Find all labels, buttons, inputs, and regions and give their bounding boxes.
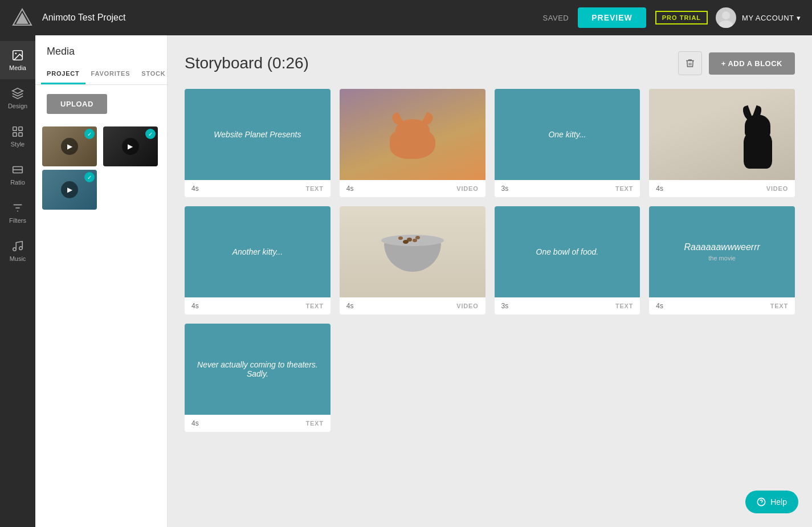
block-type-3: TEXT [615,185,633,192]
block-duration-4: 4s [656,185,663,193]
block-footer-9: 4s TEXT [185,415,330,432]
media-thumb-3[interactable]: ▶ ✓ [42,170,97,210]
storyboard-actions: + ADD A BLOCK [678,51,795,75]
ratio-icon [11,164,24,176]
block-card-4[interactable]: 4s VIDEO [649,89,795,197]
saved-status: SAVED [543,14,569,22]
storyboard-row-1: Website Planet Presents 4s TEXT [185,89,795,197]
media-thumb-1[interactable]: ▶ ✓ [42,126,97,166]
block-preview-4 [649,89,795,180]
block-preview-6 [340,206,485,297]
block-type-6: VIDEO [456,303,478,309]
sidebar-item-music[interactable]: Music [0,232,35,270]
block-preview-7: One bowl of food. [495,206,640,297]
upload-button[interactable]: UPLOAD [47,94,107,114]
block-card-9[interactable]: Never actually coming to theaters. Sadly… [185,324,330,432]
tab-favorites[interactable]: FAVORITES [85,64,136,84]
block-duration-7: 3s [501,302,509,310]
music-icon [11,240,24,252]
panel-tabs: PROJECT FAVORITES STOCK [35,64,167,85]
media-panel: Media PROJECT FAVORITES STOCK UPLOAD ▶ ✓… [35,35,168,527]
sidebar-label-design: Design [8,103,27,109]
account-menu[interactable]: MY ACCOUNT ▾ [742,14,801,22]
svg-rect-7 [19,127,22,130]
storyboard-header: Storyboard (0:26) + ADD A BLOCK [185,51,795,75]
sidebar-item-style[interactable]: Style [0,117,35,156]
block-duration-6: 4s [346,302,354,310]
block-preview-text-7: One bowl of food. [531,242,605,262]
block-preview-1: Website Planet Presents [185,89,330,180]
block-card-3[interactable]: One kitty... 3s TEXT [495,89,640,197]
block-preview-text-9: Never actually coming to theaters. Sadly… [185,354,330,384]
tab-stock[interactable]: STOCK [136,64,171,84]
block-card-6[interactable]: 4s VIDEO [340,206,485,314]
block-duration-5: 4s [191,302,199,310]
help-button[interactable]: Help [745,491,798,513]
panel-title: Media [35,35,167,64]
block-card-8[interactable]: Raaaaaawwweerrr the movie 4s TEXT [649,206,795,314]
avatar [716,7,736,28]
sidebar: Media Design Style Ratio Filters Music [0,35,35,527]
block-type-7: TEXT [615,303,633,309]
sidebar-item-media[interactable]: Media [0,41,35,79]
trash-icon [685,58,695,68]
block-type-1: TEXT [305,185,323,192]
block-preview-text-8-main: Raaaaaawwweerrr [684,242,760,252]
block-type-8: TEXT [770,303,788,309]
block-card-2[interactable]: 4s VIDEO [340,89,485,197]
block-preview-9: Never actually coming to theaters. Sadly… [185,324,330,415]
play-icon-1: ▶ [61,138,78,155]
block-duration-9: 4s [191,419,199,427]
block-footer-1: 4s TEXT [185,180,330,197]
block-duration-3: 3s [501,185,509,193]
storyboard-row-3: Never actually coming to theaters. Sadly… [185,324,795,432]
svg-point-15 [13,248,17,251]
upload-area: UPLOAD [35,85,167,123]
block-footer-8: 4s TEXT [649,297,795,314]
filters-icon [11,202,24,214]
delete-button[interactable] [678,51,702,75]
block-type-2: VIDEO [456,185,478,192]
block-card-1[interactable]: Website Planet Presents 4s TEXT [185,89,330,197]
check-badge-3: ✓ [84,172,95,182]
block-footer-4: 4s VIDEO [649,180,795,197]
block-duration-8: 4s [656,302,663,310]
pro-trial-badge: PRO TRIAL [655,11,708,24]
storyboard-title: Storyboard (0:26) [185,54,309,72]
block-preview-text-3: One kitty... [542,124,591,145]
check-badge-2: ✓ [145,129,156,139]
block-type-9: TEXT [305,420,323,427]
block-footer-7: 3s TEXT [495,297,640,314]
svg-point-16 [19,247,23,250]
block-duration-1: 4s [191,185,199,193]
block-preview-2 [340,89,485,180]
block-preview-text-5: Another kitty... [227,242,288,262]
sidebar-item-design[interactable]: Design [0,79,35,117]
svg-point-3 [719,21,733,28]
block-card-5[interactable]: Another kitty... 4s TEXT [185,206,330,314]
svg-rect-9 [19,133,22,136]
tab-project[interactable]: PROJECT [41,64,85,84]
sidebar-label-music: Music [10,255,26,262]
block-type-5: TEXT [305,303,323,309]
svg-point-2 [722,11,730,19]
block-footer-2: 4s VIDEO [340,180,485,197]
preview-button[interactable]: PREVIEW [578,7,646,28]
media-thumb-2[interactable]: ▶ ✓ [103,126,158,166]
block-preview-text-8-sub: the movie [684,255,760,262]
help-icon [757,497,766,506]
sidebar-item-filters[interactable]: Filters [0,194,35,232]
block-footer-3: 3s TEXT [495,180,640,197]
app-logo [11,7,33,28]
block-card-7[interactable]: One bowl of food. 3s TEXT [495,206,640,314]
add-block-button[interactable]: + ADD A BLOCK [709,52,795,75]
svg-rect-6 [13,127,17,130]
sidebar-item-ratio[interactable]: Ratio [0,156,35,194]
style-icon [11,125,24,138]
project-title: Animoto Test Project [42,13,543,23]
block-preview-5: Another kitty... [185,206,330,297]
block-footer-5: 4s TEXT [185,297,330,314]
sidebar-label-ratio: Ratio [10,179,25,186]
storyboard-row-2: Another kitty... 4s TEXT [185,206,795,314]
block-preview-8: Raaaaaawwweerrr the movie [649,206,795,297]
